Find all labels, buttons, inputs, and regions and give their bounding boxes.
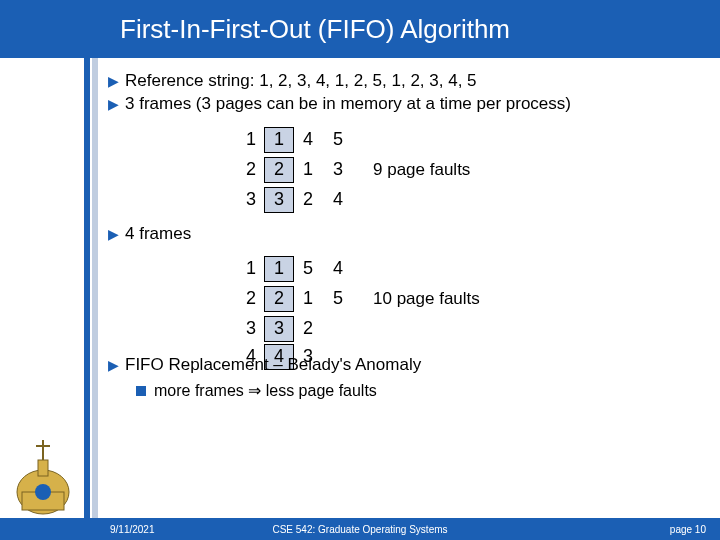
bullet-text: FIFO Replacement – Belady's Anomaly	[125, 354, 421, 375]
side-stripe-light	[92, 58, 98, 518]
bullet-belady: ▶ FIFO Replacement – Belady's Anomaly	[108, 354, 700, 375]
cell: 1	[264, 256, 294, 282]
bullet-text: 4 frames	[125, 223, 191, 244]
cell: 5	[293, 258, 323, 279]
bullet-text: 3 frames (3 pages can be in memory at a …	[125, 93, 571, 114]
cell: 3	[264, 187, 294, 213]
table-3frames: 1 1 4 5 2 2 1 3 9 page faults 3 3 2 4	[238, 125, 700, 215]
bullet-reference: ▶ Reference string: 1, 2, 3, 4, 1, 2, 5,…	[108, 70, 700, 91]
cell: 2	[264, 157, 294, 183]
table-row: 2 2 1 3 9 page faults	[238, 155, 700, 185]
row-lead: 3	[238, 318, 264, 339]
arrow-icon: ▶	[108, 357, 119, 375]
content-area: ▶ Reference string: 1, 2, 3, 4, 1, 2, 5,…	[108, 70, 700, 400]
table-row: 2 2 1 5 10 page faults	[238, 284, 700, 314]
arrow-icon: ▶	[108, 226, 119, 244]
cell: 5	[323, 129, 353, 150]
slide-title: First-In-First-Out (FIFO) Algorithm	[120, 14, 510, 45]
cell: 2	[293, 189, 323, 210]
row-lead: 3	[238, 189, 264, 210]
sub-bullet: more frames ⇒ less page faults	[136, 381, 700, 400]
dome-logo	[8, 420, 78, 520]
cell: 5	[323, 288, 353, 309]
cell: 3	[264, 316, 294, 342]
table-row: 3 3 2 4	[238, 185, 700, 215]
cell: 4	[293, 129, 323, 150]
svg-point-5	[35, 484, 51, 500]
row-lead: 2	[238, 159, 264, 180]
fault-note: 9 page faults	[373, 160, 470, 180]
row-lead: 2	[238, 288, 264, 309]
cell: 4	[323, 189, 353, 210]
cell: 3	[323, 159, 353, 180]
footer-course: CSE 542: Graduate Operating Systems	[0, 524, 720, 535]
table-row: 3 3 2	[238, 314, 700, 344]
row-lead: 1	[238, 129, 264, 150]
cell: 4	[323, 258, 353, 279]
cell: 1	[293, 159, 323, 180]
bullet-4frames: ▶ 4 frames	[108, 223, 700, 244]
footer-date: 9/11/2021	[110, 524, 155, 535]
footer-bar: 9/11/2021 CSE 542: Graduate Operating Sy…	[0, 518, 720, 540]
footer-page: page 10	[670, 524, 706, 535]
arrow-icon: ▶	[108, 96, 119, 114]
bullet-text: Reference string: 1, 2, 3, 4, 1, 2, 5, 1…	[125, 70, 477, 91]
title-bar: First-In-First-Out (FIFO) Algorithm	[0, 0, 720, 58]
cell: 2	[293, 318, 323, 339]
svg-rect-2	[38, 460, 48, 476]
cell: 1	[293, 288, 323, 309]
square-icon	[136, 386, 146, 396]
sub-bullet-text: more frames ⇒ less page faults	[154, 381, 377, 400]
side-stripe	[84, 58, 90, 518]
row-lead: 1	[238, 258, 264, 279]
cell: 2	[264, 286, 294, 312]
table-row: 1 1 5 4	[238, 254, 700, 284]
fault-note: 10 page faults	[373, 289, 480, 309]
bullet-3frames: ▶ 3 frames (3 pages can be in memory at …	[108, 93, 700, 114]
arrow-icon: ▶	[108, 73, 119, 91]
cell: 1	[264, 127, 294, 153]
table-row: 1 1 4 5	[238, 125, 700, 155]
